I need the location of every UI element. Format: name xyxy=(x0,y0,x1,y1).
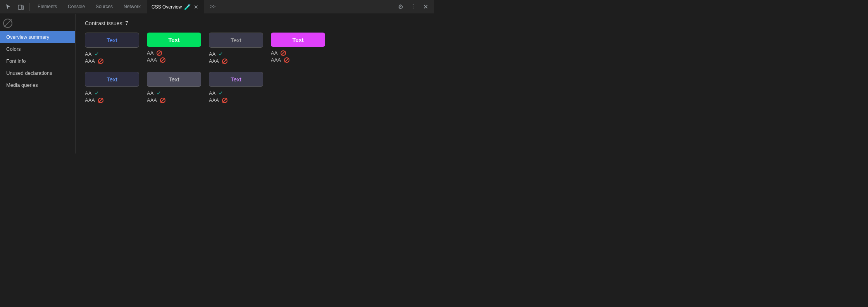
aa-rating-6: AA ✓ xyxy=(147,90,201,96)
check-icon-aa6: ✓ xyxy=(157,90,161,96)
devtools-toolbar: Elements Console Sources Network CSS Ove… xyxy=(0,0,434,14)
contrast-card-1: Text AA ✓ AAA xyxy=(85,33,139,64)
contrast-card-3: Text AA ✓ AAA xyxy=(209,33,263,64)
contrast-btn-1[interactable]: Text xyxy=(85,33,139,48)
aa-rating-4: AA xyxy=(271,50,325,56)
no-icon-aaa7 xyxy=(222,98,227,103)
contrast-btn-3[interactable]: Text xyxy=(209,33,263,48)
contrast-card-5: Text AA ✓ AAA xyxy=(85,72,139,103)
contrast-card-4: Text AA AAA xyxy=(271,33,325,64)
toolbar-right: ⚙ ⋮ ✕ xyxy=(390,2,431,12)
rating-row-2: AA AAA xyxy=(147,50,201,63)
no-icon-aa4 xyxy=(281,50,286,56)
sidebar-item-media-queries[interactable]: Media queries xyxy=(0,79,75,91)
main-layout: Overview summary Colors Font info Unused… xyxy=(0,14,434,154)
contrast-card-2: Text AA AAA xyxy=(147,33,201,64)
toolbar-divider-right xyxy=(392,3,392,11)
aaa-rating-4: AAA xyxy=(271,57,325,63)
cursor-icon[interactable] xyxy=(3,2,14,12)
close-devtools-button[interactable]: ✕ xyxy=(420,2,431,12)
contrast-btn-6[interactable]: Text xyxy=(147,72,201,87)
rating-row-1: AA ✓ AAA xyxy=(85,51,139,64)
contrast-issues-title: Contrast issues: 7 xyxy=(85,20,425,26)
no-icon-aaa3 xyxy=(222,59,227,64)
aaa-rating-7: AAA xyxy=(209,97,263,103)
sidebar-item-overview-summary[interactable]: Overview summary xyxy=(0,31,75,43)
sidebar-top xyxy=(0,17,75,31)
no-icon-aaa1 xyxy=(98,59,103,64)
aaa-rating-1: AAA xyxy=(85,58,139,64)
sidebar-item-font-info[interactable]: Font info xyxy=(0,55,75,67)
svg-rect-1 xyxy=(22,6,24,9)
contrast-cards-row1: Text AA ✓ AAA Text xyxy=(85,33,425,64)
aaa-rating-5: AAA xyxy=(85,97,139,103)
contrast-card-6: Text AA ✓ AAA xyxy=(147,72,201,103)
settings-icon[interactable]: ⚙ xyxy=(395,2,406,12)
check-icon-aa3: ✓ xyxy=(219,51,223,57)
check-icon-aa7: ✓ xyxy=(219,90,223,96)
aa-rating-1: AA ✓ xyxy=(85,51,139,57)
sidebar-item-unused-declarations[interactable]: Unused declarations xyxy=(0,67,75,79)
contrast-btn-7[interactable]: Text xyxy=(209,72,263,87)
rating-row-4: AA AAA xyxy=(271,50,325,63)
no-icon-aaa6 xyxy=(160,98,165,103)
tab-console[interactable]: Console xyxy=(63,0,90,14)
no-icon-aaa4 xyxy=(284,57,289,63)
tab-sources[interactable]: Sources xyxy=(91,0,117,14)
rating-row-3: AA ✓ AAA xyxy=(209,51,263,64)
contrast-btn-4[interactable]: Text xyxy=(271,33,325,47)
beaker-icon: 🧪 xyxy=(184,4,191,10)
no-icon xyxy=(3,19,12,28)
no-icon-aaa2 xyxy=(160,57,165,63)
aa-rating-2: AA xyxy=(147,50,201,56)
rating-row-7: AA ✓ AAA xyxy=(209,90,263,103)
contrast-cards-row2: Text AA ✓ AAA Text xyxy=(85,72,425,103)
sidebar-item-colors[interactable]: Colors xyxy=(0,43,75,55)
contrast-card-7: Text AA ✓ AAA xyxy=(209,72,263,103)
contrast-btn-2[interactable]: Text xyxy=(147,33,201,47)
svg-rect-0 xyxy=(18,5,22,9)
sidebar: Overview summary Colors Font info Unused… xyxy=(0,14,76,154)
tab-network[interactable]: Network xyxy=(119,0,145,14)
no-icon-aaa5 xyxy=(98,98,103,103)
aa-rating-5: AA ✓ xyxy=(85,90,139,96)
more-options-icon[interactable]: ⋮ xyxy=(408,2,418,12)
tab-elements[interactable]: Elements xyxy=(33,0,62,14)
aa-rating-7: AA ✓ xyxy=(209,90,263,96)
tab-more[interactable]: >> xyxy=(205,0,220,14)
aa-rating-3: AA ✓ xyxy=(209,51,263,57)
tab-css-overview[interactable]: CSS Overview 🧪 ✕ xyxy=(147,0,204,14)
device-toggle-icon[interactable] xyxy=(16,2,26,12)
content-area: Contrast issues: 7 Text AA ✓ AAA xyxy=(76,14,434,154)
toolbar-divider xyxy=(29,3,30,11)
contrast-btn-5[interactable]: Text xyxy=(85,72,139,87)
check-icon-aa5: ✓ xyxy=(95,90,99,96)
aaa-rating-3: AAA xyxy=(209,58,263,64)
no-icon-aa2 xyxy=(157,50,162,56)
check-icon-aa1: ✓ xyxy=(95,51,99,57)
aaa-rating-6: AAA xyxy=(147,97,201,103)
close-tab-button[interactable]: ✕ xyxy=(193,4,199,10)
rating-row-5: AA ✓ AAA xyxy=(85,90,139,103)
rating-row-6: AA ✓ AAA xyxy=(147,90,201,103)
aaa-rating-2: AAA xyxy=(147,57,201,63)
